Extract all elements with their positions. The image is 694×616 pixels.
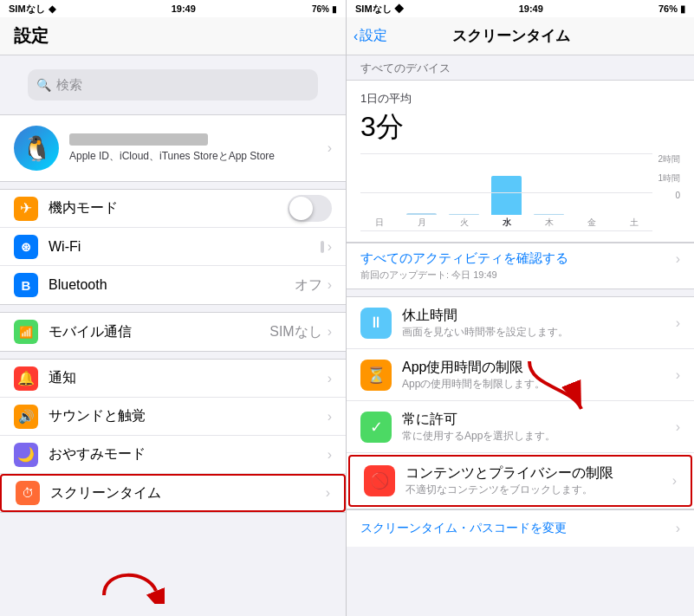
downtime-chevron: › [676,315,680,331]
wifi-chevron: › [328,239,332,255]
average-value: 3分 [360,108,680,146]
settings-group-cellular: 📶 モバイル通信 SIMなし › [0,312,346,352]
confirm-row-text: すべてのアクティビティを確認する [360,250,568,267]
notification-icon: 🔔 [14,366,38,391]
sound-label: サウンドと触覚 [49,407,328,425]
bluetooth-icon: B [14,273,38,297]
profile-subtitle: Apple ID、iCloud、iTunes StoreとApp Store [69,149,328,164]
battery-icon: ▮ [332,4,337,14]
wifi-label: Wi-Fi [49,239,321,255]
back-button[interactable]: ‹ 設定 [353,27,387,45]
screentime-item[interactable]: ⏱ スクリーンタイム › [0,474,346,512]
bar-fri: 金 [573,153,610,229]
wifi-item[interactable]: ⊛ Wi-Fi › [0,228,346,266]
screentime-icon: ⏱ [16,481,40,505]
bluetooth-item[interactable]: B Bluetooth オフ › [0,266,346,304]
left-status-battery: 76% ▮ [312,4,337,14]
left-nav-title: 設定 [14,24,49,48]
right-time: 19:49 [519,3,543,14]
content-restrictions-icon: 🚫 [364,465,395,496]
app-limits-subtitle: Appの使用時間を制限します。 [402,377,676,392]
airplane-mode-item[interactable]: ✈ 機内モード [0,190,346,228]
always-allowed-subtitle: 常に使用するAppを選択します。 [402,429,676,444]
bar-sun: 日 [360,153,398,229]
always-allowed-chevron: › [676,419,680,435]
search-bar[interactable]: 🔍 検索 [28,69,318,101]
content-restrictions-subtitle: 不適切なコンテンツをブロックします。 [405,483,672,497]
carrier-text: SIMなし [9,3,45,16]
notification-label: 通知 [49,369,328,387]
profile-name-blur [69,133,208,146]
wifi-icon: ⊛ [14,235,38,259]
chart-section: 1日の平均 3分 日 月 [347,80,694,243]
always-allowed-item[interactable]: ✓ 常に許可 常に使用するAppを選択します。 › [347,401,694,453]
bottom-link-chevron: › [676,521,680,536]
notification-chevron: › [328,371,332,386]
cellular-label: モバイル通信 [49,323,269,341]
cellular-icon: 📶 [14,320,38,344]
activity-confirm-row[interactable]: すべてのアクティビティを確認する › 前回のアップデート: 今日 19:49 [347,243,694,289]
bluetooth-label: Bluetooth [49,277,295,293]
notification-item[interactable]: 🔔 通知 › [0,360,346,398]
app-limits-chevron: › [676,367,680,383]
downtime-title: 休止時間 [402,307,676,325]
dnd-label: おやすみモード [49,445,328,464]
search-icon: 🔍 [36,78,51,92]
bar-tue: 火 [445,153,483,229]
bluetooth-chevron: › [328,277,332,293]
downtime-item[interactable]: ⏸ 休止時間 画面を見ない時間帯を設定します。 › [347,297,694,349]
sound-item[interactable]: 🔊 サウンドと触覚 › [0,398,346,436]
right-carrier: SIMなし ◆ [355,3,404,16]
bottom-passcode-link[interactable]: スクリーンタイム・パスコードを変更 › [347,509,694,547]
toggle-knob [289,197,313,220]
downtime-icon: ⏸ [360,308,392,339]
right-wifi-icon: ◆ [394,3,404,14]
sound-chevron: › [328,409,332,425]
right-panel: SIMなし ◆ 19:49 76% ▮ ‹ 設定 スクリーンタイム すべてのデバ… [347,0,694,616]
right-settings-group: ⏸ 休止時間 画面を見ない時間帯を設定します。 › ⏳ App使用時間の制限 A… [347,296,694,509]
chart-y-axis: 2時間 1時間 0 [652,153,680,216]
content-restrictions-chevron: › [672,473,677,489]
settings-group-system: 🔔 通知 › 🔊 サウンドと触覚 › 🌙 おやすみモード › ⏱ スクリーンタイ… [0,359,346,513]
back-label: 設定 [360,27,387,45]
app-limits-title: App使用時間の制限 [402,359,676,377]
red-arrow-left [95,552,165,607]
app-limits-content: App使用時間の制限 Appの使用時間を制限します。 [402,359,676,392]
cellular-item[interactable]: 📶 モバイル通信 SIMなし › [0,313,346,351]
bottom-link-text: スクリーンタイム・パスコードを変更 [360,521,567,536]
bluetooth-value: オフ [295,276,322,295]
content-restrictions-content: コンテンツとプライバシーの制限 不適切なコンテンツをブロックします。 [405,464,672,497]
all-devices-header: すべてのデバイス [347,55,694,80]
right-battery-pct: 76% [658,3,678,14]
dnd-item[interactable]: 🌙 おやすみモード › [0,436,346,474]
airplane-label: 機内モード [49,199,288,217]
settings-group-connectivity: ✈ 機内モード ⊛ Wi-Fi › B Bluetooth オフ › [0,189,346,305]
bar-mon: 月 [403,153,440,229]
content-restrictions-title: コンテンツとプライバシーの制限 [405,464,672,483]
wifi-value [321,241,324,253]
y-label-2h: 2時間 [658,153,680,165]
profile-info: Apple ID、iCloud、iTunes StoreとApp Store [69,133,328,164]
left-panel: SIMなし ◆ 19:49 76% ▮ 設定 🔍 検索 🐧 Apple ID、i… [0,0,347,616]
left-nav-bar: 設定 [0,17,346,55]
always-allowed-title: 常に許可 [402,411,676,429]
battery-percent: 76% [312,4,329,14]
content-restrictions-item[interactable]: 🚫 コンテンツとプライバシーの制限 不適切なコンテンツをブロックします。 › [348,455,692,507]
average-label: 1日の平均 [360,91,680,107]
downtime-content: 休止時間 画面を見ない時間帯を設定します。 [402,307,676,340]
screentime-chevron: › [326,485,330,501]
profile-row[interactable]: 🐧 Apple ID、iCloud、iTunes StoreとApp Store… [0,114,346,182]
sound-icon: 🔊 [14,405,38,429]
bar-thu: 木 [530,153,568,229]
left-status-carrier: SIMなし ◆ [9,3,55,16]
cellular-chevron: › [328,324,332,340]
left-status-bar: SIMなし ◆ 19:49 76% ▮ [0,0,346,17]
right-nav-title: スクリーンタイム [387,26,635,46]
app-limits-icon: ⏳ [360,360,392,391]
airplane-toggle[interactable] [288,195,332,222]
cellular-value: SIMなし [269,323,321,341]
dnd-chevron: › [328,447,332,463]
app-limits-item[interactable]: ⏳ App使用時間の制限 Appの使用時間を制限します。 › [347,349,694,401]
always-allowed-icon: ✓ [360,412,392,443]
right-nav-bar: ‹ 設定 スクリーンタイム [347,17,694,55]
